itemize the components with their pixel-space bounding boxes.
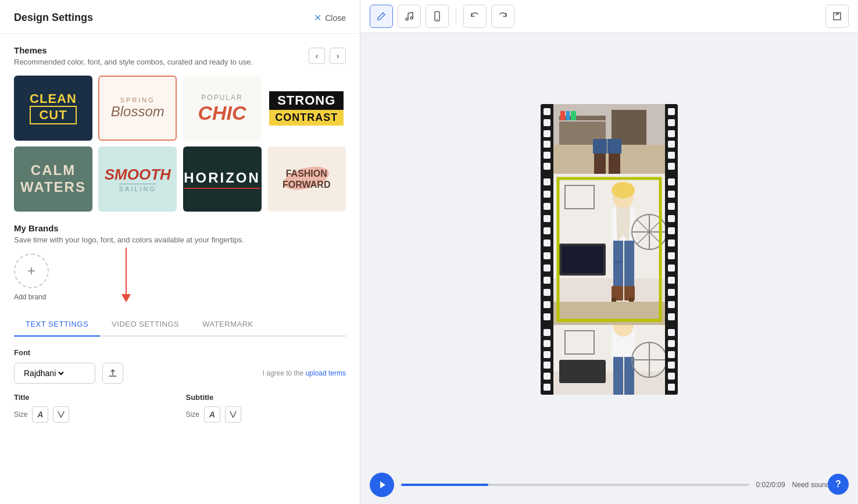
arrow-line — [126, 248, 127, 294]
perf-hole — [668, 178, 675, 185]
perf-hole — [668, 289, 675, 296]
theme-horizon-text: HORIZON — [184, 170, 260, 189]
upload-terms-link[interactable]: upload terms — [306, 369, 346, 377]
perf-hole — [668, 329, 675, 336]
perf-hole — [544, 313, 550, 320]
perf-hole — [544, 215, 550, 222]
upload-icon — [108, 369, 117, 378]
video-controls: 0:02/0:09 Need sound? i — [360, 466, 858, 504]
perf-hole — [668, 108, 675, 115]
perf-hole — [544, 119, 550, 126]
perf-hole — [544, 362, 550, 369]
tabs-section: TEXT SETTINGS VIDEO SETTINGS WATERMARK — [14, 313, 346, 337]
perf-hole — [544, 252, 550, 259]
perf-hole — [668, 203, 675, 210]
perf-hole — [544, 340, 550, 347]
theme-calm-waters[interactable]: CALMWATERS — [14, 146, 92, 212]
svg-rect-44 — [559, 360, 606, 383]
theme-spring-blossom[interactable]: SPRING Blossom — [98, 76, 177, 141]
subtitle-size-label: Size — [186, 410, 199, 419]
brands-content: + Add brand — [14, 253, 346, 301]
svg-point-23 — [612, 182, 635, 198]
perf-hole — [544, 301, 550, 308]
svg-rect-13 — [594, 151, 606, 174]
subtitle-italic-button[interactable]: A — [204, 406, 220, 423]
perf-hole — [544, 178, 550, 185]
undo-button[interactable] — [463, 5, 487, 28]
close-button[interactable]: ✕ Close — [314, 12, 346, 23]
toolbar-edit-button[interactable] — [370, 5, 393, 28]
frame-top — [553, 104, 665, 174]
title-group: Title Size A — [14, 393, 174, 423]
perf-hole — [544, 108, 550, 115]
perfs-left-top — [541, 104, 553, 174]
themes-next-button[interactable]: › — [330, 48, 346, 64]
perf-hole — [668, 240, 675, 246]
theme-fashion-forward-text: FASHIONFORWARD — [283, 168, 330, 190]
title-italic-button[interactable]: A — [32, 406, 48, 423]
perf-hole — [544, 130, 550, 137]
frame-bottom-content — [553, 325, 665, 395]
panel-header: Design Settings ✕ Close — [0, 0, 360, 34]
tab-watermark[interactable]: WATERMARK — [191, 313, 265, 335]
perf-hole — [668, 277, 675, 284]
close-icon: ✕ — [314, 12, 321, 23]
font-row: Rajdhani Arial Georgia I agree to the up… — [14, 363, 346, 384]
svg-rect-11 — [571, 111, 576, 120]
themes-prev-button[interactable]: ‹ — [309, 48, 325, 64]
panel-title: Design Settings — [14, 12, 93, 24]
left-panel: Design Settings ✕ Close Themes Recommend… — [0, 0, 360, 504]
perf-hole — [544, 152, 550, 159]
perfs-right-top — [665, 104, 678, 174]
theme-smooth-sailing[interactable]: SMOOTH SAILING — [98, 146, 177, 212]
svg-rect-16 — [607, 139, 621, 153]
upload-font-button[interactable] — [102, 363, 123, 384]
progress-bar[interactable] — [401, 484, 749, 486]
svg-rect-47 — [613, 357, 623, 395]
theme-clean-cut-text: CLEAN CUT — [30, 92, 77, 124]
theme-horizon[interactable]: HORIZON — [183, 146, 262, 212]
perf-hole — [544, 384, 550, 391]
perf-hole — [668, 313, 675, 320]
svg-rect-15 — [593, 139, 607, 153]
redo-button[interactable] — [491, 5, 514, 28]
title-style-button[interactable] — [53, 406, 69, 423]
perf-hole — [668, 301, 675, 308]
perf-hole — [544, 163, 550, 170]
add-brand-button[interactable]: + — [14, 253, 49, 288]
progress-fill — [401, 484, 488, 486]
themes-section: Themes Recommended color, font, and styl… — [14, 45, 346, 212]
subtitle-style-button[interactable] — [225, 406, 241, 423]
frame-bottom — [553, 325, 665, 395]
export-button[interactable] — [825, 5, 849, 28]
redo-icon — [498, 11, 508, 22]
panel-content: Themes Recommended color, font, and styl… — [0, 34, 360, 504]
toolbar-phone-button[interactable] — [426, 5, 449, 28]
title-size-label: Size — [14, 410, 27, 419]
agree-text: I agree to the upload terms — [263, 369, 346, 377]
frame-middle — [553, 174, 665, 325]
theme-clean-cut[interactable]: CLEAN CUT — [14, 76, 92, 141]
perf-hole — [544, 264, 550, 271]
tab-video-settings[interactable]: VIDEO SETTINGS — [100, 313, 191, 335]
play-button[interactable] — [370, 473, 394, 497]
help-button[interactable]: ? — [828, 474, 849, 495]
perf-hole — [668, 373, 675, 380]
theme-popular-chic[interactable]: POPULAR CHIC — [183, 76, 262, 141]
film-row-bottom — [541, 325, 678, 395]
theme-fashion-forward[interactable]: FASHIONFORWARD — [267, 146, 346, 212]
tab-text-settings[interactable]: TEXT SETTINGS — [14, 313, 100, 337]
theme-strong-contrast[interactable]: STRONG CONTRAST — [267, 76, 346, 141]
themes-desc: Recommended color, font, and style combo… — [14, 58, 253, 66]
title-label: Title — [14, 393, 174, 402]
perf-hole — [544, 240, 550, 246]
font-select[interactable]: Rajdhani Arial Georgia — [14, 363, 95, 384]
font-dropdown[interactable]: Rajdhani Arial Georgia — [22, 368, 66, 378]
theme-strong-contrast-line1: STRONG — [269, 91, 344, 110]
perfs-left-middle — [541, 174, 553, 325]
themes-nav: ‹ › — [309, 48, 346, 64]
music-icon — [404, 11, 414, 22]
perf-hole — [668, 252, 675, 259]
toolbar-music-button[interactable] — [398, 5, 421, 28]
subtitle-group: Subtitle Size A — [186, 393, 346, 423]
